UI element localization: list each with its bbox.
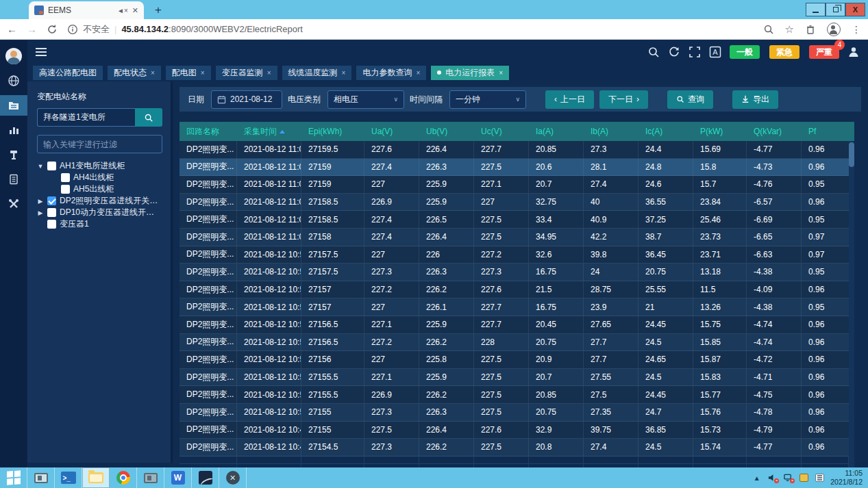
url-field[interactable]: 不安全 | 45.84.134.2:8090/3000WEBV2/Electri… — [67, 23, 754, 36]
back-icon[interactable]: ← — [7, 23, 17, 35]
network-error-icon[interactable]: × — [783, 473, 793, 483]
column-header[interactable]: 回路名称 — [179, 126, 237, 138]
tab-close-icon[interactable]: ✕ — [132, 6, 138, 15]
table-row[interactable]: DP2照明变...2021-08-12 10:5527156.5227.1225… — [179, 316, 854, 334]
station-search-input[interactable] — [37, 108, 135, 127]
table-row[interactable]: DP2照明变...2021-08-12 11:0527159.5227.6226… — [179, 141, 854, 159]
taskbar-tools-icon[interactable]: ✕ — [219, 467, 247, 488]
expand-down-icon[interactable]: ▼ — [37, 163, 44, 170]
table-row[interactable]: DP2照明变...2021-08-12 10:5127155.5226.9226… — [179, 386, 854, 404]
column-header[interactable]: Ib(A) — [584, 127, 638, 136]
volume-muted-icon[interactable]: × — [767, 473, 778, 483]
taskbar-clock[interactable]: 11:05 2021/8/12 — [830, 469, 863, 487]
close-tab-icon[interactable]: × — [151, 69, 155, 77]
hammer-icon[interactable] — [0, 144, 27, 165]
column-header[interactable]: Ia(A) — [529, 127, 584, 136]
tray-expand-icon[interactable]: ▲ — [752, 473, 762, 483]
next-day-button[interactable]: 下一日 › — [599, 90, 648, 109]
table-scrollbar[interactable] — [849, 141, 854, 472]
close-tab-icon[interactable]: × — [499, 69, 503, 77]
column-header[interactable]: P(kW) — [693, 127, 747, 136]
expand-right-icon[interactable]: ▶ — [37, 198, 44, 205]
taskbar-computer-icon[interactable] — [27, 467, 55, 488]
close-tab-icon[interactable]: × — [342, 69, 346, 77]
menu-toggle-icon[interactable] — [36, 48, 47, 56]
nav-tab[interactable]: 变压器监测× — [216, 66, 277, 80]
close-tab-icon[interactable]: × — [416, 69, 420, 77]
nav-tab[interactable]: 配电图× — [166, 66, 211, 80]
table-row[interactable]: DP2照明变...2021-08-12 11:0127158.5227.4226… — [179, 211, 854, 229]
table-row[interactable]: DP2照明变...2021-08-12 10:4827154.5227.3226… — [179, 439, 854, 457]
column-header[interactable]: Pf — [802, 127, 849, 136]
info-icon[interactable] — [67, 24, 78, 35]
taskbar-explorer-icon[interactable] — [82, 467, 110, 488]
new-tab-icon[interactable]: + — [149, 3, 167, 18]
close-tab-icon[interactable]: × — [201, 69, 205, 77]
nav-tab[interactable]: 高速公路配电图 — [33, 66, 103, 80]
interval-select[interactable]: 一分钟 ∨ — [449, 90, 526, 109]
close-tab-icon[interactable]: × — [267, 69, 271, 77]
station-search-button[interactable] — [135, 108, 162, 127]
tree-checkbox[interactable] — [61, 185, 70, 194]
table-row[interactable]: DP2照明变...2021-08-12 11:0427159227.4226.3… — [179, 159, 854, 177]
alarm-level-button[interactable]: 一般 — [730, 45, 760, 59]
ime-icon[interactable] — [799, 473, 809, 483]
table-row[interactable]: DP2照明变...2021-08-12 11:0327159227225.922… — [179, 176, 854, 194]
table-row[interactable]: DP2照明变...2021-08-12 10:4927155227.5226.4… — [179, 422, 854, 439]
search-icon[interactable] — [647, 46, 660, 58]
prev-day-button[interactable]: ‹ 上一日 — [545, 90, 594, 109]
nav-tab[interactable]: 电力参数查询× — [356, 66, 426, 80]
translate-icon[interactable]: A — [709, 46, 721, 58]
tree-checkbox[interactable] — [61, 173, 70, 182]
table-row[interactable]: DP2照明变...2021-08-12 10:5827157.5227.3226… — [179, 264, 854, 281]
voltage-type-select[interactable]: 相电压 ∨ — [327, 90, 404, 109]
table-row[interactable]: DP2照明变...2021-08-12 11:0027158227.4226.4… — [179, 229, 854, 246]
nav-tab[interactable]: 电力运行报表× — [431, 66, 509, 80]
expand-right-icon[interactable]: ▶ — [37, 209, 44, 216]
start-button[interactable] — [0, 467, 27, 488]
tree-item[interactable]: AH4出线柜 — [37, 172, 162, 183]
report-folder-icon[interactable] — [0, 95, 27, 116]
date-input[interactable]: 2021-08-12 — [211, 90, 282, 109]
table-row[interactable]: DP2照明变...2021-08-12 11:0227158.5226.9225… — [179, 194, 854, 211]
document-icon[interactable] — [0, 169, 27, 190]
taskbar-designer-icon[interactable] — [192, 467, 219, 488]
taskbar-powershell-icon[interactable]: >_ — [55, 467, 82, 488]
tab-audio-icon[interactable]: ◄× — [117, 7, 128, 14]
bar-chart-icon[interactable] — [0, 120, 27, 140]
window-minimize-button[interactable] — [806, 3, 826, 16]
column-header[interactable]: Epi(kWh) — [301, 127, 364, 136]
browser-tab[interactable]: EEMS ◄× ✕ — [29, 1, 144, 19]
globe-icon[interactable] — [0, 70, 27, 91]
tree-checkbox[interactable] — [47, 196, 56, 205]
tree-item[interactable]: ▼AH1变电所进线柜 — [37, 160, 162, 172]
user-icon[interactable] — [847, 46, 860, 58]
alarm-level-button[interactable]: 紧急 — [769, 45, 799, 59]
query-button[interactable]: 查询 — [667, 90, 713, 109]
nav-tab[interactable]: 线缆温度监测× — [282, 66, 352, 80]
profile-avatar-icon[interactable] — [827, 23, 841, 36]
export-button[interactable]: 导出 — [732, 90, 778, 109]
tree-filter-input[interactable] — [37, 135, 162, 153]
taskbar-wps-icon[interactable]: W — [164, 467, 192, 488]
user-avatar[interactable] — [0, 46, 27, 66]
tree-item[interactable]: AH5出线柜 — [37, 183, 162, 195]
zoom-icon[interactable] — [763, 24, 774, 35]
forward-icon[interactable]: → — [27, 23, 37, 35]
bookmark-star-icon[interactable]: ☆ — [785, 23, 794, 36]
window-close-button[interactable]: X — [845, 3, 865, 16]
tree-checkbox[interactable] — [47, 162, 56, 170]
tree-checkbox[interactable] — [47, 220, 56, 229]
browser-menu-icon[interactable]: ⋮ — [852, 24, 861, 35]
alarm-level-button[interactable]: 严重4 — [809, 45, 839, 59]
tree-item[interactable]: 变压器1 — [37, 218, 162, 230]
reload-icon[interactable] — [47, 24, 58, 35]
table-row[interactable]: DP2照明变...2021-08-12 10:5427156.5227.2226… — [179, 334, 854, 352]
column-header[interactable]: Q(kVar) — [747, 127, 802, 136]
nav-tab[interactable]: 配电状态× — [108, 66, 161, 80]
language-icon[interactable] — [815, 473, 825, 483]
tools-icon[interactable] — [0, 194, 27, 214]
table-row[interactable]: DP2照明变...2021-08-12 10:5927157.522722622… — [179, 246, 854, 264]
tree-item[interactable]: ▶DP2照明变压器进线开关及控制室 — [37, 195, 162, 207]
column-header[interactable]: Ua(V) — [364, 127, 419, 136]
